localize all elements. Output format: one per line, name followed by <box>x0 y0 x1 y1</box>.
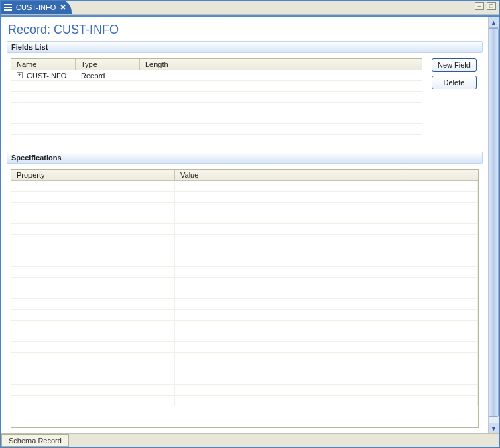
delete-button[interactable]: Delete <box>432 76 477 89</box>
col-property[interactable]: Property <box>11 170 175 180</box>
fields-grid[interactable]: Name Type Length + CUST-INFO R <box>11 58 422 146</box>
table-row <box>11 363 478 374</box>
table-row <box>11 192 478 203</box>
fields-list-section: Fields List Name Type Length + <box>7 41 483 146</box>
table-row <box>11 256 478 267</box>
vertical-scrollbar[interactable]: ▲ ▼ <box>488 17 499 433</box>
bottom-bar: Schema Record <box>1 433 499 447</box>
tab-label: CUST-INFO <box>16 3 56 11</box>
table-row <box>11 353 478 363</box>
scroll-up-icon[interactable]: ▲ <box>489 17 499 28</box>
maximize-button[interactable]: □ <box>487 2 496 10</box>
col-type[interactable]: Type <box>76 59 140 70</box>
table-row <box>11 342 478 353</box>
table-row <box>11 103 422 113</box>
cell-type: Record <box>76 70 140 80</box>
field-name: CUST-INFO <box>27 72 66 80</box>
editor-window: CUST-INFO ✕ – □ Record: CUST-INFO Fields… <box>0 0 500 448</box>
spec-grid-rows <box>11 181 478 427</box>
table-row <box>11 135 422 146</box>
table-row <box>11 213 478 224</box>
col-value[interactable]: Value <box>175 170 326 180</box>
cell-spacer <box>204 70 422 80</box>
col-spacer <box>326 170 478 180</box>
specifications-body: Property Value <box>7 164 483 428</box>
table-row <box>11 278 478 288</box>
table-row[interactable]: + CUST-INFO Record <box>11 70 422 81</box>
table-row <box>11 385 478 396</box>
window-controls: – □ <box>475 2 496 10</box>
table-row <box>11 321 478 331</box>
table-row <box>11 245 478 256</box>
table-row <box>11 288 478 299</box>
fields-list-body: Name Type Length + CUST-INFO R <box>7 53 483 146</box>
close-icon[interactable]: ✕ <box>60 3 66 11</box>
col-length[interactable]: Length <box>140 59 204 70</box>
cell-name: + CUST-INFO <box>11 70 76 80</box>
cell-length <box>140 70 204 80</box>
page-title: Record: CUST-INFO <box>1 17 488 41</box>
tab-schema-record[interactable]: Schema Record <box>1 434 69 447</box>
table-row <box>11 203 478 213</box>
table-row <box>11 396 478 406</box>
spec-grid-header: Property Value <box>11 170 478 181</box>
fields-list-header: Fields List <box>7 41 483 53</box>
expand-icon[interactable]: + <box>17 72 23 78</box>
table-row <box>11 81 422 92</box>
tab-cust-info[interactable]: CUST-INFO ✕ <box>1 1 72 14</box>
table-row <box>11 310 478 321</box>
table-row <box>11 124 422 135</box>
scroll-down-icon[interactable]: ▼ <box>489 423 499 433</box>
table-row <box>11 374 478 385</box>
tab-bar: CUST-INFO ✕ – □ <box>1 1 499 15</box>
menu-icon <box>4 4 12 11</box>
specifications-section: Specifications Property Value <box>7 152 483 428</box>
specifications-header: Specifications <box>7 152 483 164</box>
scroll-track[interactable] <box>489 28 499 423</box>
table-row <box>11 113 422 124</box>
new-field-button[interactable]: New Field <box>432 58 477 72</box>
minimize-button[interactable]: – <box>475 2 484 10</box>
scroll-thumb[interactable] <box>489 28 499 417</box>
table-row <box>11 224 478 235</box>
table-row <box>11 235 478 245</box>
table-row <box>11 331 478 342</box>
table-row <box>11 181 478 192</box>
table-row <box>11 92 422 103</box>
fields-grid-rows: + CUST-INFO Record <box>11 70 422 146</box>
table-row <box>11 299 478 310</box>
specifications-grid[interactable]: Property Value <box>11 169 479 428</box>
content-area: Record: CUST-INFO Fields List Name Type … <box>1 17 488 433</box>
table-row <box>11 267 478 278</box>
col-name[interactable]: Name <box>11 59 76 70</box>
fields-buttons: New Field Delete <box>432 58 477 89</box>
col-spacer <box>204 59 422 70</box>
fields-grid-header: Name Type Length <box>11 59 422 70</box>
client-area: Record: CUST-INFO Fields List Name Type … <box>1 17 499 433</box>
